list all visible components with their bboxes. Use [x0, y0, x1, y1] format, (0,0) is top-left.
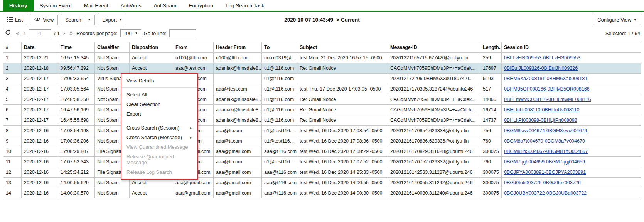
menu-item-view-details[interactable]: View Details — [121, 76, 197, 86]
menu-item-export[interactable]: Export — [121, 109, 197, 119]
cell-num: 1 — [3, 53, 22, 63]
tab-antispam[interactable]: AntiSpam — [148, 0, 183, 11]
table-row[interactable]: 72020-12-1716:45:55.698Not Spamaaa@test.… — [3, 115, 641, 126]
session-id-link[interactable]: 0BGM8swv004674-0BGM8swx004674 — [504, 128, 587, 133]
go-to-line-input[interactable] — [169, 29, 196, 37]
export-button[interactable]: Export ▼ — [98, 15, 126, 25]
table-row[interactable]: 132020-12-1614:00:55.629Not SpamAcceptaa… — [3, 178, 641, 188]
cell-length: 300075 — [480, 188, 502, 198]
menu-item-label: Select All — [126, 92, 147, 98]
tab-system-event[interactable]: System Event — [34, 0, 78, 11]
table-row[interactable]: 112020-12-1617:07:52.343Not Spamaaa@tt.c… — [3, 157, 641, 167]
refresh-button[interactable] — [3, 29, 12, 37]
chevron-down-icon: ▼ — [119, 18, 122, 22]
session-id-link[interactable]: 0BGM8Th5004667-0BGM8ThU004667 — [504, 149, 588, 154]
session-id-link[interactable]: 0BHLmwMC008116-0BHLmwME008116 — [504, 97, 591, 102]
records-per-page-select[interactable]: 100 ▼ — [120, 29, 141, 37]
session-id-link[interactable]: 0BGM8a7t004670-0BGM8a7v004670 — [504, 138, 585, 144]
column-header-date[interactable]: Date — [22, 42, 58, 53]
session-id-link[interactable]: 0BLLvFtR009553-0BLLvFtS009553 — [504, 55, 580, 61]
last-page-button[interactable]: » — [69, 30, 74, 36]
table-row[interactable]: 82020-12-1617:08:54.198Not Spamaaa@tt.co… — [3, 126, 641, 136]
menu-item-select-all[interactable]: Select All — [121, 90, 197, 99]
cell-session_id: 0BHM35OP008166-0BHM35OR008166 — [502, 84, 641, 94]
menu-item-cross-search-message-[interactable]: Cross Search (Message)▸ — [121, 133, 197, 142]
session-id-link[interactable]: 0BGM7qgh004659-0BGM7qgj004659 — [504, 159, 585, 165]
table-row[interactable]: 12020-12-2116:57:15.345Not SpamAcceptu10… — [3, 53, 641, 63]
session-id-link[interactable]: 0BHLjtPI008098-0BHLjtPn008098 — [504, 118, 577, 123]
cell-disposition: Accept — [130, 188, 173, 198]
column-header-message_id[interactable]: Message-ID — [388, 42, 480, 53]
configure-view-button[interactable]: Configure View ▼ — [593, 15, 641, 25]
session-id-link[interactable]: 0BIEuIJL009326-0BIEuIJN009326 — [504, 66, 578, 71]
cell-session_id: 0BGM7qgh004659-0BGM7qgj004659 — [502, 157, 641, 167]
session-id-link[interactable]: 0BHLluUt008110-0BHLluUv008110 — [504, 107, 580, 113]
cell-time: 09:56:47.392 — [58, 63, 95, 74]
table-row[interactable]: 92020-12-1617:08:36.206Not Spamaaa@tt.co… — [3, 136, 641, 146]
list-button[interactable]: List — [3, 15, 27, 25]
cell-length: 16714 — [480, 105, 502, 115]
cell-from: u100@tttt.com — [173, 53, 214, 63]
cell-subject: Re: Gmail Notice — [297, 63, 388, 74]
first-page-button[interactable]: « — [15, 30, 20, 36]
cell-header_from: adaniak@hinsdale8... — [214, 115, 262, 126]
column-header-length[interactable]: Length... — [480, 42, 502, 53]
column-header-header_from[interactable]: Header From — [214, 42, 262, 53]
table-row[interactable]: 52020-12-1716:48:58.350Not Spamaaa@test.… — [3, 94, 641, 105]
session-id-link[interactable]: 0BGJ0to5003726-0BGJ0to7003726 — [504, 180, 581, 185]
table-row[interactable]: 32020-12-1717:06:33.654Virus Signa...aaa… — [3, 74, 641, 84]
session-id-link[interactable]: 0BGJPYA0003891-0BGJPYA2003891 — [504, 170, 586, 175]
session-id-link[interactable]: 0BHM6XaZ008181-0BHM6Xab008181 — [504, 76, 587, 81]
table-row[interactable]: 142020-12-1614:00:30.570Not SpamAcceptaa… — [3, 188, 641, 198]
cell-time: 16:45:55.698 — [58, 115, 95, 126]
table-row[interactable]: 22020-12-1809:56:47.392Not SpamAcceptaaa… — [3, 63, 641, 74]
table-row[interactable]: 122020-12-1614:25:34.212File SignatureSy… — [3, 167, 641, 178]
view-button[interactable]: View — [30, 15, 58, 25]
cell-date: 2020-12-16 — [22, 188, 58, 198]
submenu-arrow-icon: ▸ — [190, 135, 192, 140]
column-header-subject[interactable]: Subject — [297, 42, 388, 53]
cell-classifier: Not Spam — [95, 188, 130, 198]
cell-length: 14737 — [480, 115, 502, 126]
column-header-from[interactable]: From — [173, 42, 214, 53]
tab-encryption[interactable]: Encryption — [182, 0, 219, 11]
cell-session_id: 0BHLluUt008110-0BHLluUv008110 — [502, 105, 641, 115]
cell-header_from: adaniak@hinsdale8... — [214, 94, 262, 105]
table-row[interactable]: 102020-12-1617:08:29.807File Signatu...a… — [3, 146, 641, 157]
column-header-num[interactable]: # — [3, 42, 22, 53]
cell-num: 14 — [3, 188, 22, 198]
column-header-session_id[interactable]: Session ID — [502, 42, 641, 53]
menu-item-label: Clear Selection — [126, 101, 160, 107]
cell-date: 2020-12-17 — [22, 105, 58, 115]
column-header-classifier[interactable]: Classifier — [95, 42, 130, 53]
tab-history[interactable]: History — [3, 0, 34, 11]
tab-log-search-task[interactable]: Log Search Task — [219, 0, 270, 11]
page-number-input[interactable] — [29, 29, 51, 37]
next-page-button[interactable]: › — [62, 30, 66, 36]
cell-to: aaa@t116.com — [262, 178, 297, 188]
cell-to: u1@t116.com — [262, 84, 297, 94]
cell-time: 17:07:52.343 — [58, 157, 95, 167]
table-row[interactable]: 42020-12-1717:03:05.564Not Spamaaa@test.… — [3, 84, 641, 94]
cell-from: aaa@test.com — [173, 63, 214, 74]
cell-subject: test Wed, 16 Dec 2020 17:08:54 -0500 — [297, 126, 388, 136]
cell-message_id: 20201217170305.318724@ubuntu246 — [388, 84, 480, 94]
cell-session_id: 0BIEuIJL009326-0BIEuIJN009326 — [502, 63, 641, 74]
session-id-link[interactable]: 0BGJ0UBY003722-0BGJ0UBa003722 — [504, 190, 587, 196]
column-header-to[interactable]: To — [262, 42, 297, 53]
cell-time: 16:47:56.169 — [58, 105, 95, 115]
column-header-disposition[interactable]: Disposition — [130, 42, 173, 53]
cell-date: 2020-12-17 — [22, 94, 58, 105]
tab-mail-event[interactable]: Mail Event — [78, 0, 115, 11]
menu-item-clear-selection[interactable]: Clear Selection — [121, 99, 197, 109]
session-id-link[interactable]: 0BHM35OP008166-0BHM35OR008166 — [504, 86, 590, 92]
table-row[interactable]: 62020-12-1716:47:56.169Not Spamaaa@test.… — [3, 105, 641, 115]
cell-date: 2020-12-21 — [22, 53, 58, 63]
search-button[interactable]: Search ▼ — [61, 15, 95, 25]
tab-antivirus[interactable]: AntiVirus — [115, 0, 148, 11]
cell-date: 2020-12-16 — [22, 178, 58, 188]
column-header-time[interactable]: Time — [58, 42, 95, 53]
menu-item-cross-search-session-[interactable]: Cross Search (Session)▸ — [121, 123, 197, 133]
cell-header_from: aaa@gmail.com — [214, 146, 262, 157]
prev-page-button[interactable]: ‹ — [23, 30, 26, 36]
